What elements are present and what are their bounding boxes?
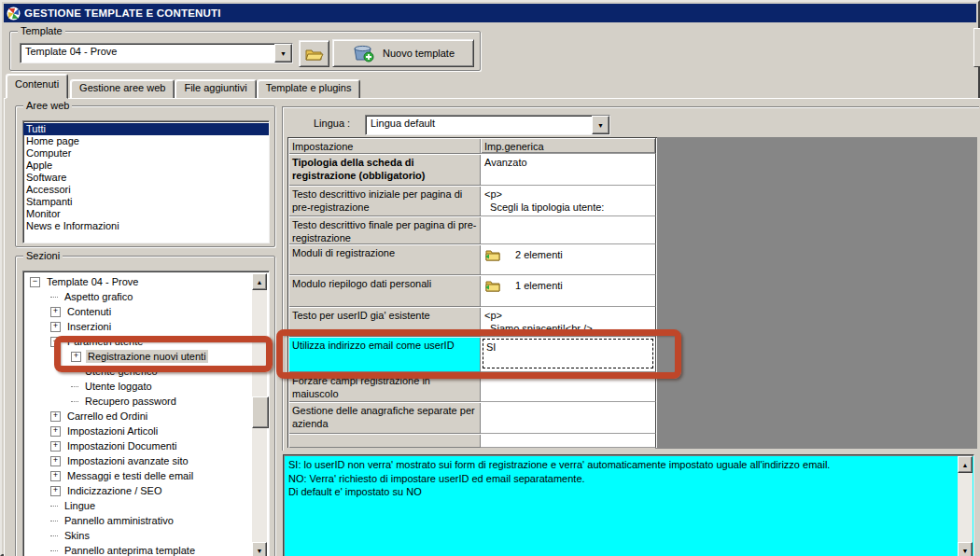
setting-value-cell[interactable] [481, 434, 656, 448]
tree-item-label: Aspetto grafico [63, 290, 134, 303]
tree-item-messaggi-e-testi-delle-email[interactable]: +Messaggi e testi delle email [50, 468, 195, 483]
folder-icon [484, 279, 500, 292]
list-item-tutti[interactable]: Tutti [23, 123, 269, 135]
setting-label-cell [288, 434, 481, 448]
help-scrollbar[interactable]: ▲ ▼ [958, 456, 973, 556]
new-template-button[interactable]: Nuovo template [332, 39, 474, 67]
tree-scroll-track[interactable] [252, 290, 267, 542]
tree-item-label: Impostazioni avanzate sito [65, 454, 190, 467]
tree-item-label: Recupero password [83, 395, 178, 408]
tree-item-label: Lingue [63, 499, 97, 512]
sezioni-groupbox-label: Sezioni [23, 250, 63, 261]
tree-item-label: Skins [63, 529, 91, 542]
tab-template-e-plugins[interactable]: Template e plugins [257, 79, 361, 99]
tree-leaf-stub [50, 535, 58, 536]
tab-strip: ContenutiGestione aree webFile aggiuntiv… [6, 77, 360, 99]
setting-value-cell[interactable]: 1 elementi [481, 275, 656, 307]
setting-value-cell[interactable]: 2 elementi [481, 244, 656, 275]
list-item-news-e-informazioni[interactable]: News e Informazioni [23, 220, 269, 232]
tree-item-label: Impostazioni Articoli [65, 424, 160, 438]
list-item-home-page[interactable]: Home page [23, 135, 269, 147]
tree-item-contenuti[interactable]: +Contenuti [50, 304, 113, 319]
tab-contenuti[interactable]: Contenuti [6, 74, 68, 99]
help-scroll-down-button[interactable]: ▼ [958, 542, 973, 556]
list-item-monitor[interactable]: Monitor [23, 208, 269, 220]
tree-item-indicizzazione-seo[interactable]: +Indicizzazione / SEO [50, 483, 164, 498]
tree-leaf-stub [71, 386, 78, 387]
tree-expand-icon[interactable]: + [50, 456, 61, 466]
tree-item-carrello-ed-ordini[interactable]: +Carrello ed Ordini [50, 409, 149, 424]
tree-item-label: Pannello anteprima template [63, 544, 197, 556]
tree-scroll-down-button[interactable]: ▼ [252, 542, 267, 556]
list-item-accessori[interactable]: Accessori [23, 184, 269, 196]
tree-leaf-stub [50, 297, 58, 298]
setting-help-textbox[interactable]: SI: lo userID non verra' mostrato sui fo… [283, 454, 974, 556]
help-text-line: SI: lo userID non verra' mostrato sui fo… [286, 458, 972, 472]
tree-item-lingue[interactable]: Lingue [50, 498, 97, 513]
list-item-software[interactable]: Software [23, 172, 269, 184]
tree-item-pannello-amministrativo[interactable]: Pannello amministrativo [50, 513, 175, 528]
tree-item-impostazioni-articoli[interactable]: +Impostazioni Articoli [50, 424, 160, 438]
tree-item-impostazioni-documenti[interactable]: +Impostazioni Documenti [50, 438, 178, 453]
list-item-apple[interactable]: Apple [23, 160, 269, 172]
tree-item-template-04-prove[interactable]: −Template 04 - Prove [30, 274, 140, 289]
setting-value-cell[interactable] [481, 402, 656, 434]
tree-leaf-stub [71, 401, 78, 402]
tree-scroll-up-button[interactable]: ▲ [252, 273, 267, 290]
setting-value-cell[interactable] [481, 216, 656, 244]
setting-value-cell[interactable]: Avanzato [481, 154, 656, 186]
tree-scroll-thumb[interactable] [252, 396, 269, 428]
help-text-line: NO: Verra' richiesto di impostare userID… [286, 472, 972, 486]
tree-item-recupero-password[interactable]: Recupero password [71, 394, 178, 409]
tree-expand-icon[interactable]: + [50, 441, 61, 452]
folder-icon [484, 248, 500, 261]
tree-leaf-stub [50, 521, 58, 521]
template-combobox[interactable]: Template 04 - Prove ▼ [20, 43, 293, 63]
setting-value-cell[interactable]: <p> Scegli la tipologia utente: [481, 186, 656, 216]
tree-item-pannello-anteprima-template[interactable]: Pannello anteprima template [50, 543, 197, 556]
tree-expand-icon[interactable]: + [50, 471, 61, 481]
template-groupbox: Template Template 04 - Prove ▼ [9, 31, 481, 71]
tree-expand-icon[interactable]: + [50, 411, 61, 422]
cutoff-panel [973, 28, 980, 67]
tree-expand-icon[interactable]: + [50, 322, 61, 332]
tree-collapse-icon[interactable]: − [30, 277, 40, 287]
template-groupbox-label: Template [18, 25, 65, 36]
tree-item-inserzioni[interactable]: +Inserzioni [50, 319, 113, 334]
tab-gestione-aree-web[interactable]: Gestione aree web [70, 79, 175, 99]
tree-expand-icon[interactable]: + [50, 307, 61, 317]
settings-row-empty [288, 434, 657, 448]
setting-value-folder: 2 elementi [484, 246, 651, 261]
settings-row-tipologia-della-scheda-di-registrazione-obbligatorio: Tipologia della scheda di registrazione … [288, 154, 657, 186]
open-folder-icon [305, 47, 324, 62]
open-template-button[interactable] [299, 40, 329, 67]
aree-web-groupbox-label: Aree web [23, 100, 72, 111]
setting-value-line: Avanzato [484, 156, 651, 169]
tree-item-utente-loggato[interactable]: Utente loggato [71, 379, 154, 394]
window-title: GESTIONE TEMPLATE E CONTENUTI [24, 7, 221, 19]
tree-expand-icon[interactable]: + [50, 426, 61, 437]
tree-item-label: Indicizzazione / SEO [65, 484, 164, 497]
help-scroll-up-button[interactable]: ▲ [958, 456, 973, 473]
tab-file-aggiuntivi[interactable]: File aggiuntivi [175, 79, 256, 99]
help-scroll-track[interactable] [958, 473, 973, 542]
lingua-combobox-dropdown-button[interactable]: ▼ [592, 116, 609, 134]
settings-row-modulo-riepilogo-dati-personali: Modulo riepilogo dati personali1 element… [288, 275, 657, 307]
settings-row-moduli-di-registrazione: Moduli di registrazione2 elementi [288, 244, 657, 275]
tree-item-label: Inserzioni [65, 320, 113, 333]
settings-table-header: ImpostazioneImp.generica [288, 138, 657, 154]
tree-expand-icon[interactable]: + [50, 486, 61, 496]
list-item-stampanti[interactable]: Stampanti [23, 196, 269, 208]
new-template-button-label: Nuovo template [383, 48, 455, 59]
lingua-combobox[interactable]: Lingua default ▼ [365, 115, 610, 135]
setting-help-text: SI: lo userID non verra' mostrato sui fo… [284, 455, 973, 502]
tree-item-aspetto-grafico[interactable]: Aspetto grafico [50, 289, 134, 304]
tree-item-impostazioni-avanzate-sito[interactable]: +Impostazioni avanzate sito [50, 453, 190, 468]
list-item-computer[interactable]: Computer [23, 147, 269, 160]
tree-scrollbar[interactable]: ▲ ▼ [252, 273, 267, 556]
tree-item-skins[interactable]: Skins [50, 528, 91, 543]
annotation-rect-userid-row [276, 329, 681, 379]
sezioni-tree[interactable]: Pannello anteprima templateSkinsPannello… [22, 271, 270, 556]
aree-web-listbox[interactable]: TuttiHome pageComputerAppleSoftwareAcces… [22, 120, 270, 243]
template-combobox-dropdown-button[interactable]: ▼ [274, 44, 292, 63]
